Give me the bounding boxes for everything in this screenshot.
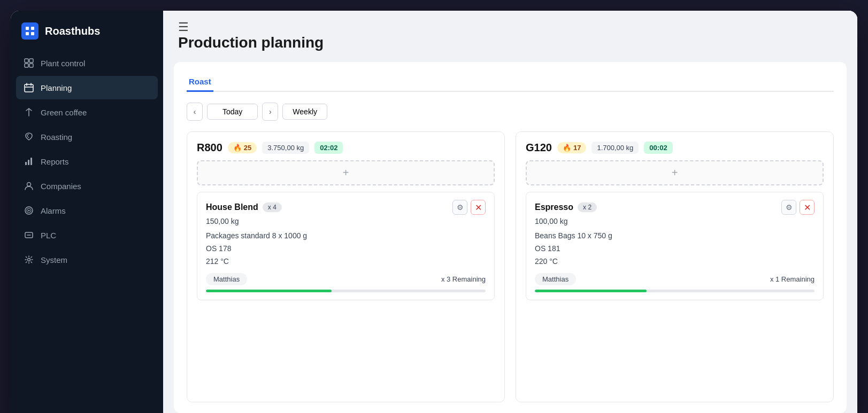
item-espresso-kg: 100,00 kg: [535, 217, 815, 225]
weekly-button[interactable]: Weekly: [282, 104, 327, 120]
tabs-container: Roast: [187, 73, 834, 92]
logo-icon: [21, 22, 39, 40]
item-house-blend-package: Packages standard 8 x 1000 g: [206, 230, 486, 243]
item-house-blend-temp: 212 °C: [206, 255, 486, 268]
sidebar-label-plc: PLC: [41, 231, 56, 240]
plant-control-icon: [24, 58, 34, 68]
sidebar-item-green-coffee[interactable]: Green coffee: [16, 100, 158, 124]
sidebar-item-plant-control[interactable]: Plant control: [16, 51, 158, 75]
item-espresso-settings-button[interactable]: ⚙: [781, 200, 796, 215]
controls-bar: ‹ Today › Weekly: [187, 103, 834, 121]
item-house-blend-os: OS 178: [206, 243, 486, 255]
app-name: Roasthubs: [45, 25, 100, 37]
item-house-blend-actions: ⚙ ✕: [452, 200, 486, 215]
sidebar-label-planning: Planning: [41, 83, 72, 92]
item-espresso-details: Beans Bags 10 x 750 g OS 181 220 °C: [535, 230, 815, 268]
svg-point-18: [28, 210, 30, 212]
next-button[interactable]: ›: [262, 103, 278, 121]
item-house-blend-header: House Blend x 4 ⚙ ✕: [206, 200, 486, 215]
today-button[interactable]: Today: [207, 104, 258, 120]
item-espresso-header: Espresso x 2 ⚙ ✕: [535, 200, 815, 215]
fire-icon-r800: 🔥: [233, 144, 242, 152]
prev-button[interactable]: ‹: [187, 103, 203, 121]
roasting-icon: [24, 131, 34, 142]
sidebar-label-green-coffee: Green coffee: [41, 108, 87, 117]
sidebar-label-alarms: Alarms: [41, 206, 66, 215]
svg-rect-4: [25, 59, 28, 63]
fire-icon-g120: 🔥: [563, 144, 571, 152]
item-house-blend-progress-bar: [206, 290, 486, 292]
sidebar-logo: Roasthubs: [11, 11, 163, 51]
planning-icon: [24, 82, 34, 93]
svg-rect-12: [25, 162, 27, 165]
sidebar-item-planning[interactable]: Planning: [16, 76, 158, 99]
sidebar-label-companies: Companies: [41, 182, 81, 191]
item-espresso-title-row: Espresso x 2: [535, 202, 597, 212]
svg-point-21: [28, 259, 30, 261]
svg-rect-13: [28, 160, 29, 165]
main-content: ☰ Production planning Roast ‹ Today › We…: [163, 11, 857, 413]
svg-point-15: [27, 183, 31, 186]
item-espresso-user: Matthias: [535, 273, 576, 285]
sidebar-item-reports[interactable]: Reports: [16, 150, 158, 173]
sidebar-item-alarms[interactable]: Alarms: [16, 199, 158, 222]
sidebar-label-reports: Reports: [41, 157, 69, 166]
item-espresso-delete-button[interactable]: ✕: [800, 200, 815, 215]
machine-r800-name: R800: [197, 142, 222, 154]
green-coffee-icon: [24, 107, 34, 118]
add-item-r800-button[interactable]: +: [197, 160, 495, 185]
machines-grid: R800 🔥 25 3.750,00 kg 02:02 + Ho: [187, 131, 834, 402]
machine-card-r800: R800 🔥 25 3.750,00 kg 02:02 + Ho: [187, 131, 505, 402]
item-house-blend-settings-button[interactable]: ⚙: [452, 200, 467, 215]
item-espresso-progress-bar: [535, 290, 815, 292]
svg-rect-6: [25, 64, 28, 67]
machine-g120-time-badge: 00:02: [644, 142, 672, 154]
sidebar: Roasthubs Plant control: [11, 11, 163, 413]
item-espresso-footer: Matthias x 1 Remaining: [535, 273, 815, 285]
sidebar-item-companies[interactable]: Companies: [16, 174, 158, 198]
sidebar-label-roasting: Roasting: [41, 133, 72, 142]
item-card-house-blend: House Blend x 4 ⚙ ✕ 150,00 kg Packages s…: [197, 192, 495, 300]
machine-g120-kg-badge: 1.700,00 kg: [592, 142, 639, 154]
system-icon: [24, 254, 34, 265]
item-house-blend-progress-fill: [206, 290, 332, 292]
item-house-blend-title: House Blend: [206, 202, 258, 212]
item-house-blend-title-row: House Blend x 4: [206, 202, 282, 212]
machine-r800-roasts-count: 25: [244, 144, 251, 152]
sidebar-label-system: System: [41, 255, 67, 264]
item-espresso-os: OS 181: [535, 243, 815, 255]
tab-roast[interactable]: Roast: [187, 73, 213, 92]
item-house-blend-user: Matthias: [206, 273, 247, 285]
item-house-blend-kg: 150,00 kg: [206, 217, 486, 225]
item-house-blend-delete-button[interactable]: ✕: [471, 200, 486, 215]
item-house-blend-remaining: x 3 Remaining: [441, 275, 486, 283]
item-card-espresso: Espresso x 2 ⚙ ✕ 100,00 kg Beans Bags 10…: [526, 192, 824, 300]
machine-r800-time-badge: 02:02: [314, 142, 343, 154]
svg-rect-8: [25, 84, 33, 92]
item-house-blend-details: Packages standard 8 x 1000 g OS 178 212 …: [206, 230, 486, 268]
svg-rect-3: [31, 32, 34, 35]
sidebar-item-plc[interactable]: PLC: [16, 223, 158, 247]
reports-icon: [24, 156, 34, 167]
plc-icon: [24, 230, 34, 240]
item-espresso-package: Beans Bags 10 x 750 g: [535, 230, 815, 243]
sidebar-item-system[interactable]: System: [16, 248, 158, 271]
machine-g120-roasts-count: 17: [573, 144, 581, 152]
add-item-g120-button[interactable]: +: [526, 160, 824, 185]
alarms-icon: [24, 205, 34, 216]
svg-rect-5: [29, 59, 33, 63]
item-espresso-progress-fill: [535, 290, 647, 292]
machine-r800-header: R800 🔥 25 3.750,00 kg 02:02: [197, 142, 495, 154]
svg-rect-1: [31, 27, 34, 30]
sidebar-item-roasting[interactable]: Roasting: [16, 125, 158, 149]
svg-rect-2: [26, 32, 29, 35]
machine-g120-roasts-badge: 🔥 17: [557, 142, 586, 153]
top-bar: ☰: [163, 11, 857, 34]
sidebar-label-plant-control: Plant control: [41, 59, 85, 68]
svg-rect-14: [30, 158, 32, 165]
svg-rect-0: [26, 27, 29, 30]
item-espresso-actions: ⚙ ✕: [781, 200, 815, 215]
app-wrapper: Roasthubs Plant control: [11, 11, 857, 413]
hamburger-icon[interactable]: ☰: [178, 20, 189, 34]
machine-r800-roasts-badge: 🔥 25: [228, 142, 257, 153]
